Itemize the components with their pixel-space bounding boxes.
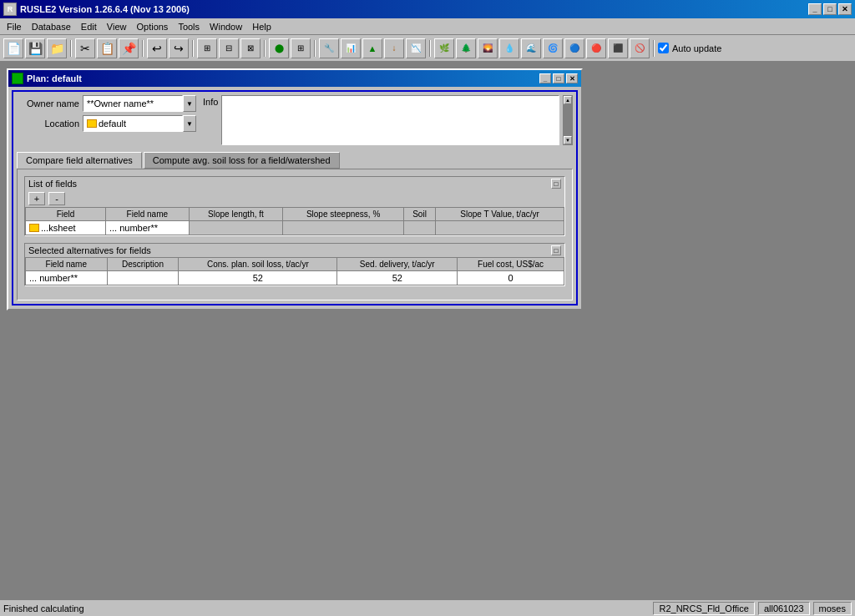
field-cell-content: ...ksheet bbox=[29, 223, 102, 233]
tool-2[interactable]: ⊟ bbox=[219, 38, 239, 58]
sa-cons-plan: 52 bbox=[179, 271, 337, 285]
status-left: Finished calculating bbox=[3, 603, 84, 613]
minimize-button[interactable]: _ bbox=[808, 3, 822, 15]
owner-name-label: Owner name bbox=[17, 98, 79, 109]
scrollbar-up-btn[interactable]: ▲ bbox=[564, 96, 572, 104]
col-slope-t: Slope T Value, t/ac/yr bbox=[436, 208, 564, 221]
copy-button[interactable]: 📋 bbox=[97, 38, 117, 58]
tool-1[interactable]: ⊞ bbox=[197, 38, 217, 58]
list-of-fields-box: List of fields □ + - Field Field name Sl… bbox=[24, 176, 565, 236]
sa-col-field-name: Field name bbox=[26, 258, 108, 271]
auto-update-checkbox[interactable] bbox=[658, 43, 669, 53]
selected-alternatives-resize-btn[interactable]: □ bbox=[551, 245, 561, 255]
app-title: RUSLE2 Version 1.26.6.4 (Nov 13 2006) bbox=[20, 4, 190, 14]
tool-7[interactable]: 📊 bbox=[341, 38, 361, 58]
menu-file[interactable]: File bbox=[2, 20, 27, 33]
tool-4[interactable]: ⬤ bbox=[269, 38, 289, 58]
selected-alternatives-header: Selected alternatives for fields □ bbox=[25, 244, 564, 257]
menu-options[interactable]: Options bbox=[131, 20, 173, 33]
status-text: Finished calculating bbox=[3, 603, 84, 613]
sa-col-cons-plan: Cons. plan. soil loss, t/ac/yr bbox=[179, 258, 337, 271]
tool-17[interactable]: 🔵 bbox=[564, 38, 584, 58]
tool-3[interactable]: ⊠ bbox=[240, 38, 261, 58]
plan-title-bar: Plan: default _ □ ✕ bbox=[8, 70, 581, 87]
plan-inner-content: Owner name **Owner name** ▼ Location def bbox=[12, 90, 578, 305]
plan-form-section: Owner name **Owner name** ▼ Location def bbox=[17, 95, 573, 145]
tool-16[interactable]: 🌀 bbox=[543, 38, 563, 58]
undo-button[interactable]: ↩ bbox=[147, 38, 167, 58]
sa-sed-delivery: 52 bbox=[337, 271, 458, 285]
list-of-fields-header: List of fields □ bbox=[25, 177, 564, 190]
cut-button[interactable]: ✂ bbox=[75, 38, 95, 58]
owner-name-input[interactable]: **Owner name** bbox=[83, 95, 183, 112]
field-name-cell: ... number** bbox=[105, 221, 189, 235]
table-row[interactable]: ...ksheet ... number** bbox=[26, 221, 564, 235]
toolbar: 📄 💾 📁 ✂ 📋 📌 ↩ ↪ ⊞ ⊟ ⊠ ⬤ ⊞ 🔧 📊 ▲ ↓ 📉 🌿 🌲 … bbox=[0, 35, 855, 62]
sa-col-sed-delivery: Sed. delivery, t/ac/yr bbox=[337, 258, 458, 271]
menu-database[interactable]: Database bbox=[27, 20, 76, 33]
list-of-fields-resize-btn[interactable]: □ bbox=[551, 179, 561, 189]
auto-update-label: Auto update bbox=[672, 43, 721, 53]
sa-description bbox=[107, 271, 179, 285]
slope-length-cell bbox=[189, 221, 283, 235]
selected-alternatives-title: Selected alternatives for fields bbox=[28, 245, 151, 255]
menu-tools[interactable]: Tools bbox=[173, 20, 205, 33]
location-label: Location bbox=[17, 119, 79, 129]
scrollbar-down-btn[interactable]: ▼ bbox=[564, 136, 572, 144]
menu-edit[interactable]: Edit bbox=[76, 20, 102, 33]
slope-steepness-cell bbox=[283, 221, 404, 235]
plan-title-buttons: _ □ ✕ bbox=[539, 73, 578, 83]
new-button[interactable]: 📄 bbox=[3, 38, 23, 58]
tool-12[interactable]: 🌲 bbox=[456, 38, 476, 58]
tool-19[interactable]: ⬛ bbox=[608, 38, 628, 58]
col-slope-steepness: Slope steepness, % bbox=[283, 208, 404, 221]
auto-update-container: Auto update bbox=[658, 43, 721, 53]
tool-18[interactable]: 🔴 bbox=[586, 38, 606, 58]
field-value: ...ksheet bbox=[41, 223, 76, 233]
field-cell: ...ksheet bbox=[26, 221, 106, 235]
maximize-button[interactable]: □ bbox=[823, 3, 837, 15]
sa-col-fuel-cost: Fuel cost, US$/ac bbox=[458, 258, 564, 271]
info-scrollbar: ▲ ▼ bbox=[563, 95, 573, 145]
plan-window: Plan: default _ □ ✕ Owner name **Owner n… bbox=[7, 68, 583, 311]
tool-20[interactable]: 🚫 bbox=[630, 38, 650, 58]
tab-compute-avg[interactable]: Compute avg. soil loss for a field/water… bbox=[144, 152, 340, 169]
menu-view[interactable]: View bbox=[102, 20, 132, 33]
close-button[interactable]: ✕ bbox=[838, 3, 852, 15]
owner-name-dropdown-btn[interactable]: ▼ bbox=[183, 95, 196, 112]
tool-10[interactable]: 📉 bbox=[406, 38, 426, 58]
col-soil: Soil bbox=[403, 208, 435, 221]
tool-11[interactable]: 🌿 bbox=[434, 38, 454, 58]
save-button[interactable]: 💾 bbox=[25, 38, 45, 58]
tool-9[interactable]: ↓ bbox=[384, 38, 404, 58]
location-select: default ▼ bbox=[83, 115, 196, 132]
tool-6[interactable]: 🔧 bbox=[319, 38, 339, 58]
selected-alternatives-table: Field name Description Cons. plan. soil … bbox=[25, 257, 564, 285]
plan-maximize-button[interactable]: □ bbox=[553, 73, 564, 83]
open-button[interactable]: 📁 bbox=[47, 38, 67, 58]
owner-name-select: **Owner name** ▼ bbox=[83, 95, 196, 112]
remove-field-btn[interactable]: - bbox=[48, 192, 65, 205]
location-folder-icon bbox=[87, 119, 97, 128]
tool-15[interactable]: 🌊 bbox=[521, 38, 541, 58]
separator-6 bbox=[429, 40, 431, 57]
menu-window[interactable]: Window bbox=[205, 20, 247, 33]
plan-close-button[interactable]: ✕ bbox=[566, 73, 578, 83]
location-value[interactable]: default bbox=[99, 119, 126, 129]
list-of-fields-title: List of fields bbox=[28, 179, 77, 189]
tab-compare-fields[interactable]: Compare field alternatives bbox=[17, 152, 142, 169]
info-textarea[interactable] bbox=[221, 95, 559, 145]
info-label: Info bbox=[203, 95, 218, 107]
separator-5 bbox=[314, 40, 316, 57]
plan-minimize-button[interactable]: _ bbox=[539, 73, 551, 83]
table-row[interactable]: ... number** 52 52 0 bbox=[26, 271, 564, 285]
tool-8[interactable]: ▲ bbox=[362, 38, 382, 58]
paste-button[interactable]: 📌 bbox=[119, 38, 139, 58]
menu-help[interactable]: Help bbox=[247, 20, 276, 33]
add-field-btn[interactable]: + bbox=[28, 192, 45, 205]
tool-13[interactable]: 🌄 bbox=[478, 38, 498, 58]
location-dropdown-btn[interactable]: ▼ bbox=[183, 115, 196, 132]
redo-button[interactable]: ↪ bbox=[169, 38, 189, 58]
tool-14[interactable]: 💧 bbox=[499, 38, 519, 58]
tool-5[interactable]: ⊞ bbox=[291, 38, 311, 58]
